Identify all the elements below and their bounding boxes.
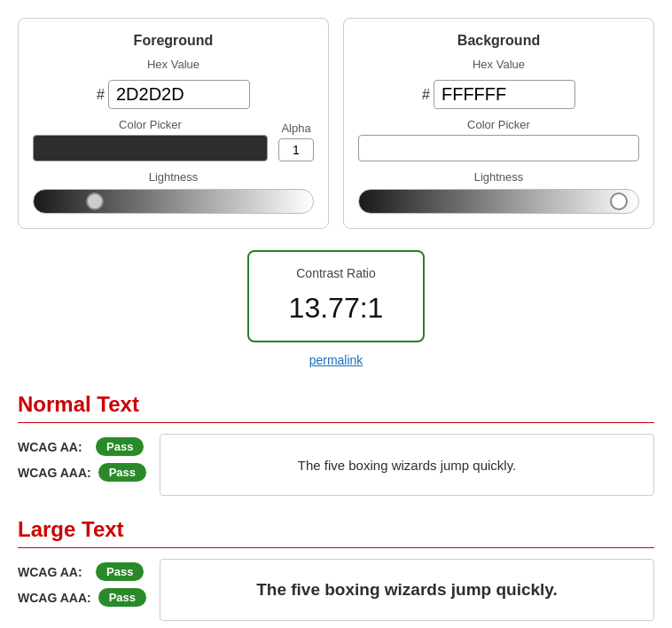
background-lightness-track[interactable]: [358, 189, 639, 214]
foreground-lightness-group: Lightness: [33, 170, 314, 214]
foreground-color-alpha-row: Color Picker Alpha: [33, 118, 314, 161]
foreground-hex-prefix: #: [97, 87, 105, 103]
contrast-section: Contrast Ratio 13.77:1 permalink: [18, 250, 654, 367]
normal-text-aa-badge: Pass: [96, 437, 144, 456]
normal-text-section: Normal Text WCAG AA: Pass WCAG AAA: Pass…: [18, 392, 654, 496]
normal-text-aaa-row: WCAG AAA: Pass: [18, 463, 160, 482]
color-panels: Foreground Hex Value # Color Picker Alph…: [18, 18, 654, 229]
background-panel: Background Hex Value # Color Picker Ligh…: [343, 18, 654, 229]
large-text-preview-text: The five boxing wizards jump quickly.: [256, 580, 558, 600]
normal-text-wcag-labels: WCAG AA: Pass WCAG AAA: Pass: [18, 434, 160, 482]
foreground-color-picker-bar[interactable]: [33, 135, 268, 161]
permalink-link[interactable]: permalink: [309, 353, 363, 367]
large-text-wcag-row: WCAG AA: Pass WCAG AAA: Pass The five bo…: [18, 559, 654, 621]
large-text-aa-badge: Pass: [96, 562, 144, 581]
normal-text-aaa-label: WCAG AAA:: [18, 466, 91, 480]
background-hex-input[interactable]: [434, 80, 575, 109]
foreground-lightness-track[interactable]: [33, 189, 314, 214]
foreground-panel: Foreground Hex Value # Color Picker Alph…: [18, 18, 329, 229]
background-lightness-label: Lightness: [474, 170, 524, 184]
foreground-color-picker-group: Color Picker: [33, 118, 268, 161]
large-text-wcag-labels: WCAG AA: Pass WCAG AAA: Pass: [18, 559, 160, 607]
background-hex-label: Hex Value: [473, 58, 525, 71]
normal-text-title: Normal Text: [18, 392, 654, 423]
foreground-hex-label: Hex Value: [147, 58, 199, 71]
large-text-aaa-badge: Pass: [98, 588, 146, 607]
normal-text-wcag-row: WCAG AA: Pass WCAG AAA: Pass The five bo…: [18, 434, 654, 496]
contrast-label: Contrast Ratio: [277, 266, 395, 280]
large-text-aaa-row: WCAG AAA: Pass: [18, 588, 160, 607]
normal-text-aaa-badge: Pass: [98, 463, 146, 482]
large-text-aa-label: WCAG AA:: [18, 565, 89, 579]
background-lightness-thumb[interactable]: [610, 192, 628, 210]
foreground-lightness-thumb[interactable]: [86, 192, 104, 210]
background-color-picker-label: Color Picker: [467, 118, 530, 131]
large-text-title: Large Text: [18, 517, 654, 548]
foreground-title: Foreground: [134, 33, 214, 49]
large-text-section: Large Text WCAG AA: Pass WCAG AAA: Pass …: [18, 517, 654, 621]
background-hex-row: #: [422, 80, 575, 109]
background-color-picker-group: Color Picker: [358, 118, 639, 161]
normal-text-aa-row: WCAG AA: Pass: [18, 437, 160, 456]
large-text-preview: The five boxing wizards jump quickly.: [160, 559, 654, 621]
contrast-colon-one: :1: [360, 292, 384, 324]
background-lightness-group: Lightness: [358, 170, 639, 214]
normal-text-preview-text: The five boxing wizards jump quickly.: [298, 458, 517, 473]
normal-text-preview: The five boxing wizards jump quickly.: [160, 434, 654, 496]
normal-text-aa-label: WCAG AA:: [18, 440, 89, 454]
foreground-hex-input[interactable]: [108, 80, 250, 109]
contrast-box: Contrast Ratio 13.77:1: [247, 250, 425, 342]
foreground-alpha-input[interactable]: [278, 138, 314, 161]
background-title: Background: [457, 33, 540, 49]
background-hex-prefix: #: [422, 87, 430, 103]
large-text-aaa-label: WCAG AAA:: [18, 591, 91, 605]
foreground-alpha-label: Alpha: [281, 122, 310, 135]
foreground-hex-row: #: [97, 80, 250, 109]
large-text-aa-row: WCAG AA: Pass: [18, 562, 160, 581]
foreground-color-picker-label: Color Picker: [119, 118, 182, 131]
background-color-picker-bar[interactable]: [358, 135, 639, 161]
contrast-ratio: 13.77:1: [277, 284, 395, 326]
foreground-lightness-label: Lightness: [149, 170, 199, 184]
contrast-ratio-value: 13.77: [289, 292, 360, 324]
foreground-alpha-group: Alpha: [278, 122, 314, 161]
